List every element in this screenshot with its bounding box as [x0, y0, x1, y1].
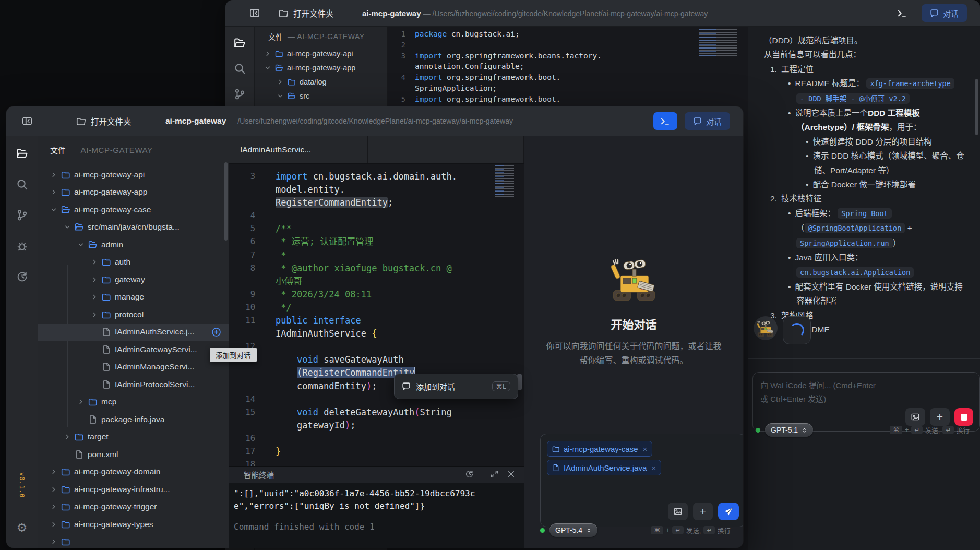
tree-item-label: ai-mcp-gateway-domain [74, 467, 160, 476]
folder-icon [102, 257, 111, 267]
tree-item-label: pom.xml [88, 450, 118, 459]
tree-item-label: ai-mcp-gateway-api [74, 170, 145, 180]
explorer-header: 文件 — AI-MCP-GATEWAY [38, 136, 229, 164]
bg-chat-input[interactable]: 向 WaLiCode 提问... (Cmd+Enter 或 Ctrl+Enter… [752, 372, 980, 432]
open-folder-button[interactable]: 打开文件夹 [76, 115, 132, 127]
tree-item-label: target [88, 432, 109, 441]
tree-item-label: ai-mcp-gateway-case [74, 205, 151, 214]
tree-item[interactable]: target [38, 428, 229, 446]
line-number: 5 [229, 222, 255, 235]
add-to-chat-button[interactable] [211, 327, 221, 337]
tree-item[interactable]: ai-mcp-gateway-types [38, 516, 229, 533]
tree-item[interactable]: src/main/java/cn/bugsta... [38, 219, 229, 236]
line-number: 16 [229, 432, 255, 445]
tree-item[interactable]: IAdminManageServi... [38, 358, 229, 376]
tree-item[interactable]: manage [38, 289, 229, 306]
folder-open-icon [288, 92, 296, 100]
tree-item-label: auth [115, 257, 130, 267]
fg-code-area[interactable]: 3import cn.bugstack.ai.domain.auth.model… [229, 164, 524, 466]
tree-item[interactable]: IAdminProtocolServi... [38, 376, 229, 393]
chevron-icon [50, 188, 57, 196]
tree-item[interactable]: data/log [255, 75, 387, 89]
tree-item[interactable]: ai-mcp-gateway-api [38, 166, 229, 184]
model-status-dot [540, 528, 545, 533]
tree-item[interactable]: protocol [38, 306, 229, 324]
tree-item-label: IAdminManageServi... [115, 362, 195, 372]
remove-chip-icon[interactable]: × [651, 463, 656, 472]
source-control-icon[interactable] [234, 88, 246, 100]
tree-item[interactable]: mcp [38, 393, 229, 411]
chat-empty-title: 开始对话 [611, 315, 656, 332]
explorer-icon[interactable] [234, 37, 246, 49]
tree-item[interactable]: ai-mcp-gateway-app [38, 184, 229, 201]
tree-item[interactable]: pom.xml [38, 446, 229, 463]
divider [748, 358, 980, 359]
chat-toggle-button[interactable]: 对话 [922, 4, 967, 22]
scrollbar[interactable] [224, 162, 228, 241]
history-icon[interactable] [16, 271, 28, 283]
model-selector[interactable]: GPT-5.1 [765, 423, 813, 437]
chat-toggle-button[interactable]: 对话 [685, 112, 730, 130]
tree-item[interactable]: ai-mcp-gateway-domain [38, 463, 229, 481]
code-line: 17} [229, 445, 524, 458]
code-line: 18 [229, 458, 524, 466]
terminal-button[interactable] [653, 112, 677, 130]
line-number: 3 [229, 170, 255, 183]
line-number: 10 [229, 301, 255, 314]
add-to-chat-menu[interactable]: 添加到对话 ⌘L [394, 374, 518, 399]
tree-item[interactable]: ai-mcp-gateway-case [38, 201, 229, 219]
fg-chat-input[interactable]: ai-mcp-gateway-case×IAdminAuthService.ja… [540, 434, 743, 527]
tree-item[interactable]: auth [38, 254, 229, 271]
line-number: 14 [229, 393, 255, 406]
minimap[interactable] [699, 29, 737, 58]
tree-item[interactable]: ai-mcp-gateway-api [255, 46, 387, 61]
send-button[interactable] [718, 503, 739, 520]
terminal-close-icon[interactable] [507, 470, 516, 480]
tree-item[interactable]: gateway [38, 271, 229, 289]
remove-chip-icon[interactable]: × [643, 445, 648, 453]
tree-item[interactable]: ai-mcp-gateway-infrastru... [38, 481, 229, 498]
line-number: 1 [388, 29, 405, 40]
model-selector[interactable]: GPT-5.4 [549, 523, 597, 537]
debug-icon[interactable] [16, 240, 28, 252]
toggle-sidebar-button[interactable] [246, 5, 263, 21]
tree-item[interactable]: ai-mcp-gateway-trigger [38, 498, 229, 516]
code-line: 小傅哥 [229, 275, 524, 288]
context-chip[interactable]: IAdminAuthService.java× [547, 460, 661, 475]
tree-item[interactable] [38, 533, 229, 548]
add-context-button[interactable]: + [693, 503, 713, 520]
code-line: 7 * [229, 249, 524, 262]
assistant-text-line: •README 标题是： xfg-frame-archetype [764, 76, 969, 91]
tree-item[interactable]: ai-mcp-gateway-app [255, 61, 387, 75]
attach-image-button[interactable] [668, 503, 688, 520]
tree-item[interactable]: IAdminAuthService.j... [38, 324, 229, 341]
open-folder-button[interactable]: 打开文件夹 [279, 7, 334, 19]
tree-item[interactable]: package-info.java [38, 411, 229, 428]
terminal-expand-icon[interactable] [490, 470, 499, 480]
folder-icon [102, 292, 111, 302]
code-line: 5import org.springframework.boot. [388, 94, 748, 105]
terminal-button[interactable] [890, 4, 914, 22]
toggle-sidebar-button[interactable] [19, 113, 35, 129]
tree-item[interactable]: admin [38, 236, 229, 254]
search-icon[interactable] [16, 178, 28, 190]
context-chip[interactable]: ai-mcp-gateway-case× [547, 441, 652, 457]
minimap[interactable] [495, 165, 514, 197]
tab-strip-spacer [368, 136, 524, 163]
source-control-icon[interactable] [16, 209, 28, 221]
terminal-output[interactable]: ":[],"uuid":"a0c0036f-1a7e-4456-bb52-19d… [229, 483, 524, 548]
tree-item[interactable]: src [255, 89, 387, 103]
tree-item[interactable]: IAdminGatewayServi... [38, 341, 229, 358]
explorer-icon[interactable] [16, 148, 28, 160]
tree-item-label: gateway [115, 275, 145, 284]
assistant-text-line: •演示 DDD 核心模式（领域模型、聚合、仓 [764, 149, 969, 163]
terminal-history-icon[interactable] [465, 470, 474, 480]
search-icon[interactable] [234, 63, 246, 75]
settings-gear-icon[interactable]: ⚙ [17, 522, 28, 534]
code-line: 13 void saveGatewayAuth [229, 353, 524, 366]
tab-iadminauthservice[interactable]: IAdminAuthServic... [229, 136, 368, 163]
scrollbar[interactable] [975, 79, 978, 135]
fg-window-title: ai-mcp-gateway — /Users/fuzhengwei/codin… [165, 116, 513, 126]
folder-open-icon [88, 240, 98, 249]
folder-open-icon [75, 222, 84, 232]
